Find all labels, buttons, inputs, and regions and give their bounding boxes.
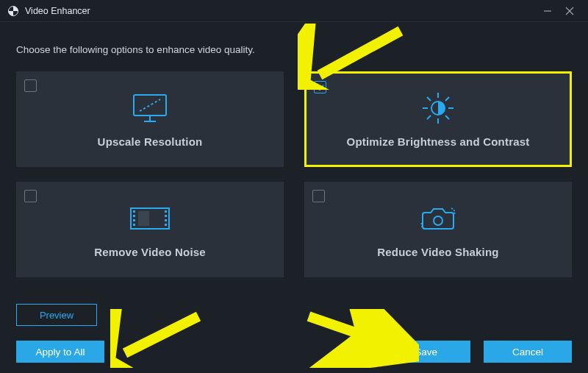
svg-line-5 xyxy=(140,99,160,111)
save-button[interactable]: Save xyxy=(382,341,470,363)
svg-rect-17 xyxy=(131,208,169,229)
option-upscale[interactable]: Upscale Resolution xyxy=(16,71,284,167)
window-title: Video Enhancer xyxy=(25,6,90,16)
svg-rect-20 xyxy=(133,219,135,221)
option-label: Upscale Resolution xyxy=(98,135,203,148)
cancel-button[interactable]: Cancel xyxy=(484,341,572,363)
svg-line-13 xyxy=(427,97,431,101)
svg-rect-22 xyxy=(165,210,167,213)
svg-rect-25 xyxy=(165,224,167,226)
svg-rect-24 xyxy=(165,219,167,221)
titlebar: Video Enhancer xyxy=(0,0,588,22)
app-icon xyxy=(7,5,19,17)
option-noise[interactable]: Remove Video Noise xyxy=(16,182,284,277)
checkbox-upscale[interactable] xyxy=(24,79,37,92)
option-label: Remove Video Noise xyxy=(94,246,206,258)
content-area: Choose the following options to enhance … xyxy=(0,22,588,277)
checkbox-brightness[interactable] xyxy=(314,81,326,93)
svg-rect-26 xyxy=(138,211,149,226)
svg-rect-23 xyxy=(165,215,167,217)
options-grid: Upscale Resolution xyxy=(16,71,572,277)
svg-line-15 xyxy=(445,97,449,101)
option-label: Reduce Video Shaking xyxy=(377,246,498,258)
svg-point-27 xyxy=(434,216,442,225)
svg-rect-19 xyxy=(133,215,135,217)
footer: Preview Apply to All Save Cancel xyxy=(16,304,572,363)
svg-line-16 xyxy=(427,116,431,119)
checkbox-noise[interactable] xyxy=(24,190,37,202)
preview-button[interactable]: Preview xyxy=(16,304,97,326)
checkbox-shaking[interactable] xyxy=(312,190,325,202)
svg-rect-21 xyxy=(133,224,135,226)
svg-rect-4 xyxy=(134,95,166,116)
option-shaking[interactable]: Reduce Video Shaking xyxy=(304,182,572,277)
minimize-button[interactable] xyxy=(537,0,559,22)
filmstrip-icon xyxy=(128,202,172,235)
svg-line-14 xyxy=(445,116,449,119)
apply-all-button[interactable]: Apply to All xyxy=(16,341,104,363)
camera-shake-icon xyxy=(417,202,459,235)
option-label: Optimize Brightness and Contrast xyxy=(347,135,530,148)
close-button[interactable] xyxy=(559,0,581,22)
brightness-icon xyxy=(420,91,456,125)
instruction-text: Choose the following options to enhance … xyxy=(16,44,572,55)
monitor-icon xyxy=(129,91,171,125)
option-brightness[interactable]: Optimize Brightness and Contrast xyxy=(304,71,572,167)
svg-rect-18 xyxy=(133,210,135,213)
